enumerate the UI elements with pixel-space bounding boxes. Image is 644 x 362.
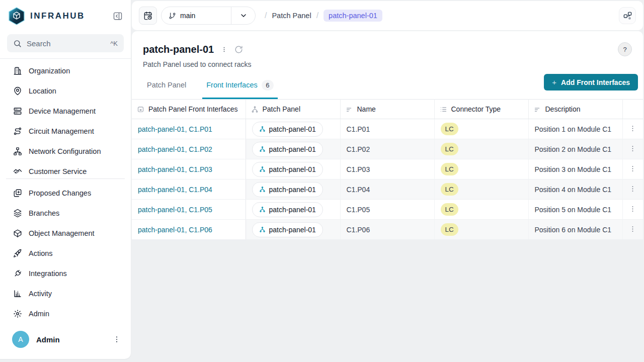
page-title: patch-panel-01 <box>143 44 214 55</box>
sidebar-item-actions[interactable]: Actions <box>0 243 131 263</box>
patch-panel-chip[interactable]: patch-panel-01 <box>252 142 323 157</box>
hierarchy-icon <box>259 206 266 213</box>
sidebar-item-device-management[interactable]: Device Management <box>0 101 131 121</box>
sidebar-item-label: Object Management <box>29 229 95 237</box>
row-kebab-icon[interactable] <box>629 145 636 152</box>
row-kebab-icon[interactable] <box>629 185 636 193</box>
description-cell: Position 3 on Module C1 <box>528 159 622 179</box>
infrahub-logo-icon <box>8 7 25 25</box>
interface-link[interactable]: patch-panel-01, C1.P04 <box>138 186 212 194</box>
sidebar: INFRAHUB Search ^K Organization <box>0 0 131 359</box>
chevron-down-icon <box>239 12 248 20</box>
sidebar-item-activity[interactable]: Activity <box>0 284 131 304</box>
row-kebab-icon[interactable] <box>629 125 636 132</box>
branch-selector[interactable]: main <box>161 7 256 25</box>
sidebar-item-network-configuration[interactable]: Network Configuration <box>0 141 131 161</box>
column-header-front-interfaces[interactable]: Patch Panel Front Interfaces <box>132 100 246 119</box>
sidebar-item-label: Activity <box>29 290 52 298</box>
nav-group-schema: Organization Location Device Management <box>0 61 131 178</box>
topbar: main / Patch Panel / patch-panel-01 <box>132 1 643 30</box>
column-header-description[interactable]: Description <box>528 100 622 119</box>
column-header-connector-type[interactable]: Connector Type <box>434 100 528 119</box>
sidebar-item-circuit-management[interactable]: Circuit Management <box>0 121 131 141</box>
row-kebab-icon[interactable] <box>629 165 636 172</box>
user-kebab-icon[interactable] <box>113 335 121 343</box>
interface-link[interactable]: patch-panel-01, C1.P01 <box>138 125 212 133</box>
breadcrumb-separator: / <box>316 11 318 20</box>
plus-icon: + <box>552 78 556 86</box>
sidebar-item-admin[interactable]: Admin <box>0 304 131 324</box>
sidebar-item-label: Organization <box>29 67 70 75</box>
handshake-icon <box>13 167 22 176</box>
hierarchy-icon <box>251 106 259 113</box>
hierarchy-icon <box>259 126 266 132</box>
sidebar-item-customer-service[interactable]: Customer Service <box>0 161 131 178</box>
page-description: Patch Panel used to connect racks <box>143 60 632 68</box>
row-kebab-icon[interactable] <box>629 205 636 213</box>
column-header-name[interactable]: Name <box>340 100 434 119</box>
sidebar-item-label: Location <box>29 87 56 95</box>
schema-visualizer-button[interactable] <box>619 7 636 24</box>
table-row[interactable]: patch-panel-01, C1.P01 patch-panel-01 C1… <box>132 119 643 139</box>
table-row[interactable]: patch-panel-01, C1.P02 patch-panel-01 C1… <box>132 139 643 159</box>
name-cell: C1.P02 <box>340 139 434 159</box>
page-header: patch-panel-01 ? Patch Panel used to con… <box>132 31 643 68</box>
diff-icon <box>13 189 22 198</box>
connector-type-badge: LC <box>441 223 458 236</box>
breadcrumb-current[interactable]: patch-panel-01 <box>324 10 382 22</box>
sidebar-item-location[interactable]: Location <box>0 81 131 101</box>
tab-patch-panel[interactable]: Patch Panel <box>143 72 190 99</box>
breadcrumb-parent[interactable]: Patch Panel <box>272 12 311 20</box>
branch-dropdown-toggle[interactable] <box>231 7 255 24</box>
sidebar-item-label: Circuit Management <box>29 127 94 135</box>
table-row[interactable]: patch-panel-01, C1.P03 patch-panel-01 C1… <box>132 159 643 179</box>
description-cell: Position 6 on Module C1 <box>528 220 622 240</box>
search-input[interactable]: Search ^K <box>7 34 124 52</box>
patch-panel-chip[interactable]: patch-panel-01 <box>252 162 323 177</box>
interface-link[interactable]: patch-panel-01, C1.P05 <box>138 206 212 214</box>
interface-link[interactable]: patch-panel-01, C1.P02 <box>138 145 212 153</box>
table-row[interactable]: patch-panel-01, C1.P05 patch-panel-01 C1… <box>132 200 643 220</box>
name-cell: C1.P04 <box>340 179 434 200</box>
sidebar-item-organization[interactable]: Organization <box>0 61 131 81</box>
table-row[interactable]: patch-panel-01, C1.P06 patch-panel-01 C1… <box>132 220 643 240</box>
map-pin-icon <box>13 86 22 96</box>
sidebar-item-integrations[interactable]: Integrations <box>0 263 131 284</box>
refresh-icon[interactable] <box>234 45 243 54</box>
branch-name: main <box>180 12 195 20</box>
git-branch-icon <box>169 12 176 20</box>
sidebar-item-label: Proposed Changes <box>29 189 91 197</box>
time-travel-button[interactable] <box>139 7 157 25</box>
sidebar-item-label: Actions <box>29 249 53 257</box>
interface-link[interactable]: patch-panel-01, C1.P06 <box>138 226 212 234</box>
help-button[interactable]: ? <box>618 42 632 56</box>
sidebar-item-branches[interactable]: Branches <box>0 203 131 223</box>
sidebar-item-object-management[interactable]: Object Management <box>0 223 131 243</box>
add-front-interfaces-button[interactable]: + Add Front Interfaces <box>544 74 638 90</box>
sidebar-collapse-icon[interactable] <box>113 11 123 21</box>
user-menu[interactable]: A Admin <box>0 324 131 359</box>
title-kebab-icon[interactable] <box>221 46 227 53</box>
avatar: A <box>12 331 29 348</box>
text-lines-icon <box>346 106 353 113</box>
patch-panel-chip[interactable]: patch-panel-01 <box>252 182 323 197</box>
add-button-label: Add Front Interfaces <box>561 78 630 86</box>
patch-panel-chip[interactable]: patch-panel-01 <box>252 222 323 237</box>
description-cell: Position 5 on Module C1 <box>528 200 622 220</box>
column-header-patch-panel[interactable]: Patch Panel <box>246 100 340 119</box>
brand-name: INFRAHUB <box>30 11 113 21</box>
connector-type-badge: LC <box>441 143 458 155</box>
tab-front-interfaces[interactable]: Front Interfaces 6 <box>202 72 278 99</box>
plug-icon <box>13 269 22 278</box>
text-lines-icon <box>534 106 541 113</box>
sidebar-item-proposed-changes[interactable]: Proposed Changes <box>0 183 131 203</box>
table-header-row: Patch Panel Front Interfaces Patch Panel <box>132 100 643 119</box>
patch-panel-chip[interactable]: patch-panel-01 <box>252 202 323 217</box>
row-kebab-icon[interactable] <box>629 225 636 233</box>
tabs-bar: Patch Panel Front Interfaces 6 + Add Fro… <box>132 72 643 99</box>
table-row[interactable]: patch-panel-01, C1.P04 patch-panel-01 C1… <box>132 179 643 200</box>
connector-type-badge: LC <box>441 163 458 175</box>
interface-link[interactable]: patch-panel-01, C1.P03 <box>138 165 212 173</box>
gear-icon <box>13 309 22 318</box>
patch-panel-chip[interactable]: patch-panel-01 <box>252 122 323 137</box>
